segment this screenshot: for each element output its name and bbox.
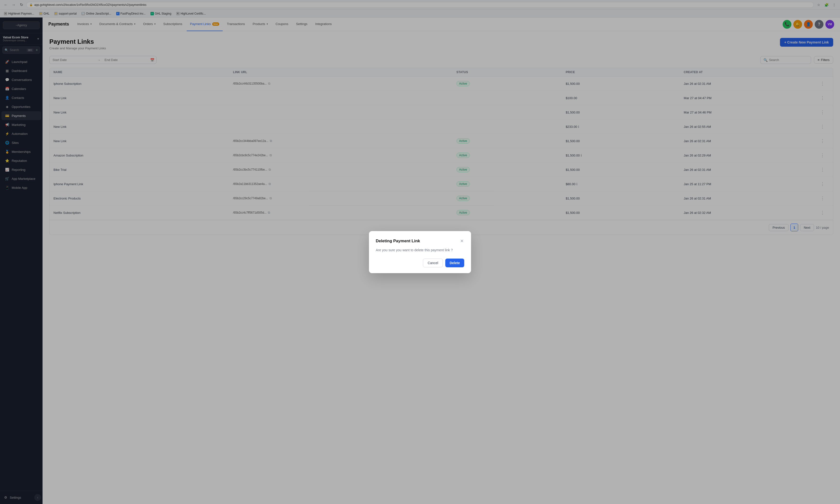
delete-button[interactable]: Delete (445, 258, 464, 267)
modal-overlay[interactable]: Deleting Payment Link ✕ Are you sure you… (0, 0, 840, 504)
modal-actions: Cancel Delete (376, 258, 464, 267)
cancel-button[interactable]: Cancel (423, 258, 443, 267)
modal-title: Deleting Payment Link (376, 239, 420, 244)
delete-payment-link-modal: Deleting Payment Link ✕ Are you sure you… (369, 231, 471, 273)
modal-close-button[interactable]: ✕ (460, 238, 464, 244)
modal-body: Are you sure you want to delete this pay… (376, 248, 464, 253)
modal-header: Deleting Payment Link ✕ (376, 238, 464, 244)
